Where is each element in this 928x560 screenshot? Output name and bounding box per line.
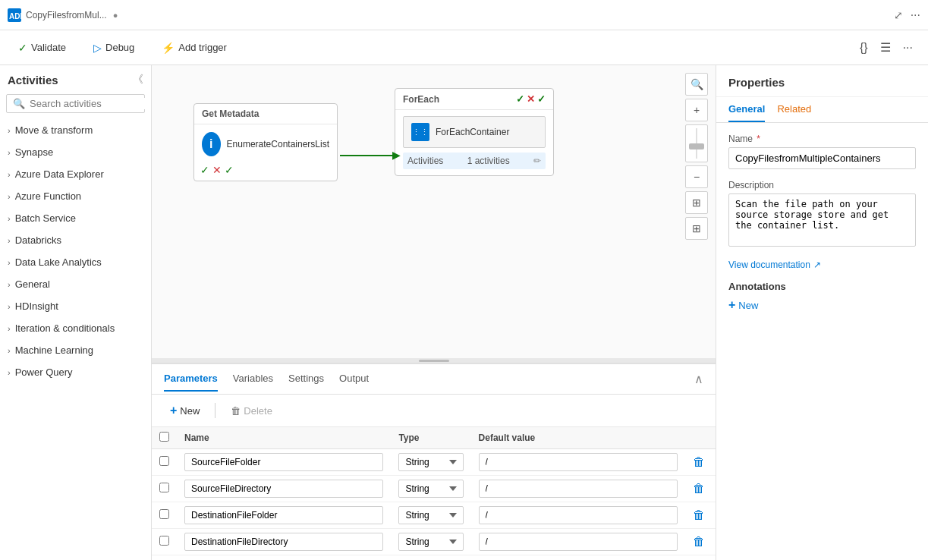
view-doc-label: View documentation — [728, 260, 810, 270]
tab-variables[interactable]: Variables — [233, 367, 273, 392]
sidebar-item-machine-learning[interactable]: › Machine Learning — [0, 339, 151, 361]
collapse-left-icon[interactable]: 《 — [133, 73, 143, 87]
add-annotation-button[interactable]: + New — [728, 298, 758, 312]
node-header: Get Metadata — [194, 104, 337, 124]
sidebar-item-databricks[interactable]: › Databricks — [0, 229, 151, 251]
param-default-input[interactable] — [479, 533, 678, 551]
param-default-input[interactable] — [479, 506, 678, 524]
validate-label: Validate — [31, 42, 66, 53]
description-textarea[interactable]: Scan the file path on your source storag… — [728, 193, 916, 247]
debug-icon: ▷ — [93, 42, 102, 54]
sidebar-item-hdinsight[interactable]: › HDInsight — [0, 295, 151, 317]
param-name-input[interactable] — [184, 506, 383, 524]
complete-check-icon[interactable]: ✓ — [225, 164, 234, 176]
tab-settings[interactable]: Settings — [288, 367, 324, 392]
search-input[interactable] — [30, 98, 152, 109]
tab-close-icon[interactable]: ● — [113, 11, 118, 20]
delete-row-button[interactable]: 🗑 — [693, 482, 705, 496]
success-check-icon[interactable]: ✓ — [200, 164, 209, 176]
adf-logo-icon: ADF — [8, 8, 21, 22]
delete-row-button[interactable]: 🗑 — [693, 455, 705, 469]
delete-label: Delete — [244, 405, 272, 417]
sidebar-item-batch-service[interactable]: › Batch Service — [0, 207, 151, 229]
grid-button[interactable]: ⊞ — [685, 217, 708, 240]
props-header: Properties — [716, 65, 928, 97]
sidebar-item-azure-function[interactable]: › Azure Function — [0, 185, 151, 207]
zoom-out-button[interactable]: − — [685, 165, 708, 188]
row-checkbox[interactable] — [159, 536, 169, 546]
svg-text:ADF: ADF — [9, 12, 21, 20]
fail-x-icon[interactable]: ✕ — [212, 164, 222, 176]
foreach-fail-icon[interactable]: ✕ — [527, 93, 535, 105]
toolbar-divider — [215, 403, 215, 418]
connector-line: ▶ — [340, 155, 395, 156]
chevron-right-icon: › — [8, 170, 11, 179]
zoom-slider[interactable] — [685, 124, 708, 162]
delete-param-button[interactable]: 🗑 Delete — [225, 402, 278, 420]
panel-button[interactable]: ☰ — [877, 37, 894, 58]
delete-row-button[interactable]: 🗑 — [693, 535, 705, 549]
sidebar-collapse[interactable]: 《 — [133, 73, 143, 87]
validate-button[interactable]: ✓ Validate — [12, 39, 72, 57]
foreach-success-icon[interactable]: ✓ — [516, 93, 524, 105]
delete-row-button[interactable]: 🗑 — [693, 508, 705, 522]
add-trigger-button[interactable]: ⚡ Add trigger — [156, 39, 233, 57]
row-checkbox[interactable] — [159, 509, 169, 519]
tab-parameters[interactable]: Parameters — [164, 367, 218, 392]
param-type-select[interactable]: String Int Bool Array — [398, 506, 463, 524]
sidebar-item-label: Machine Learning — [15, 344, 93, 356]
sidebar-item-azure-data-explorer[interactable]: › Azure Data Explorer — [0, 163, 151, 185]
col-type: Type — [391, 427, 470, 449]
bottom-panel-close-icon[interactable]: ∧ — [694, 372, 703, 386]
chevron-right-icon: › — [8, 214, 11, 223]
col-name: Name — [177, 427, 391, 449]
new-param-button[interactable]: + New — [164, 401, 206, 420]
required-marker: * — [757, 134, 760, 144]
chevron-right-icon: › — [8, 126, 11, 135]
search-canvas-button[interactable]: 🔍 — [685, 73, 708, 96]
fit-screen-button[interactable]: ⊞ — [685, 191, 708, 214]
canvas[interactable]: Get Metadata i EnumerateContainersList ✓… — [152, 65, 716, 358]
name-input[interactable] — [728, 147, 916, 169]
edit-icon[interactable]: ✏ — [533, 156, 541, 166]
row-checkbox[interactable] — [159, 456, 169, 466]
props-tab-related[interactable]: Related — [777, 97, 811, 122]
sidebar-item-move-transform[interactable]: › Move & transform — [0, 119, 151, 141]
view-doc-link[interactable]: View documentation ↗ — [728, 260, 916, 270]
param-name-input[interactable] — [184, 533, 383, 551]
tab-output[interactable]: Output — [339, 367, 369, 392]
get-metadata-node[interactable]: Get Metadata i EnumerateContainersList ✓… — [193, 103, 338, 181]
sidebar-item-label: HDInsight — [15, 300, 58, 312]
sidebar-item-synapse[interactable]: › Synapse — [0, 141, 151, 163]
resize-icon[interactable]: ⤢ — [894, 9, 903, 21]
param-default-input[interactable] — [479, 480, 678, 498]
sidebar-item-label: Batch Service — [15, 212, 76, 224]
debug-button[interactable]: ▷ Debug — [87, 39, 140, 57]
foreach-node[interactable]: ForEach ✓ ✕ ✓ ⋮⋮ ForEachContainer Activi… — [395, 88, 554, 176]
sidebar-item-general[interactable]: › General — [0, 273, 151, 295]
app-title: CopyFilesfromMul... — [26, 10, 107, 20]
params-table: Name Type Default value String Int Bool … — [152, 427, 716, 555]
more-button[interactable]: ··· — [900, 38, 916, 58]
more-options-icon[interactable]: ··· — [911, 8, 920, 22]
foreach-inner-node[interactable]: ⋮⋮ ForEachContainer — [403, 116, 546, 148]
node-actions: ✓ ✕ ✓ — [194, 164, 337, 181]
props-tab-general[interactable]: General — [728, 97, 765, 122]
col-default: Default value — [471, 427, 685, 449]
chevron-right-icon: › — [8, 192, 11, 201]
param-name-input[interactable] — [184, 453, 383, 471]
param-type-select[interactable]: String Int Bool Array — [398, 453, 463, 471]
row-checkbox[interactable] — [159, 483, 169, 492]
param-name-input[interactable] — [184, 480, 383, 498]
select-all-checkbox[interactable] — [159, 432, 169, 442]
sidebar-item-power-query[interactable]: › Power Query — [0, 361, 151, 383]
zoom-in-button[interactable]: + — [685, 99, 708, 121]
sidebar-item-iteration-conditionals[interactable]: › Iteration & conditionals — [0, 317, 151, 339]
code-view-button[interactable]: {} — [857, 38, 871, 58]
param-type-select[interactable]: String Int Bool Array — [398, 533, 463, 551]
param-type-select[interactable]: String Int Bool Array — [398, 480, 463, 498]
param-default-input[interactable] — [479, 453, 678, 471]
foreach-complete-icon[interactable]: ✓ — [537, 93, 546, 105]
chevron-right-icon: › — [8, 346, 11, 355]
sidebar-item-data-lake-analytics[interactable]: › Data Lake Analytics — [0, 251, 151, 273]
